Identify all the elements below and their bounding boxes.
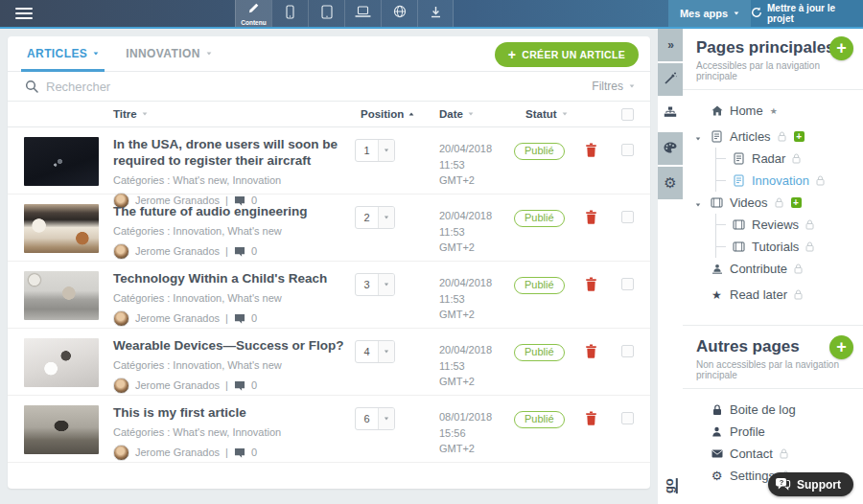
sort-asc-icon [409, 112, 414, 115]
delete-button[interactable] [585, 143, 597, 157]
delete-button[interactable] [585, 210, 597, 224]
mes-apps-menu[interactable]: Mes apps [668, 0, 751, 27]
filters-label: Filtres [592, 80, 623, 93]
palette-icon [664, 142, 677, 156]
add-subpage-button[interactable]: + [794, 131, 805, 142]
position-value: 4 [356, 341, 379, 362]
page-item-articles[interactable]: Articles + [683, 126, 857, 148]
globe-icon [393, 5, 407, 22]
add-subpage-button[interactable]: + [791, 197, 802, 208]
delete-button[interactable] [585, 411, 597, 425]
videos-children: Reviews Tutorials [715, 214, 857, 258]
sort-icon [562, 112, 567, 115]
comment-count: 0 [251, 379, 257, 391]
table-header: Titre Position Date Statut [8, 102, 650, 127]
article-row[interactable]: Technology Within a Child's Reach Catégo… [8, 262, 650, 329]
collapse-caret-icon[interactable] [695, 129, 701, 144]
column-header-statut[interactable]: Statut [497, 108, 579, 120]
delete-button[interactable] [585, 344, 597, 358]
article-title[interactable]: Technology Within a Child's Reach [113, 271, 349, 287]
page-item-radar[interactable]: Radar [716, 148, 857, 170]
settings-strip-button[interactable]: ⚙ [658, 167, 683, 199]
row-checkbox[interactable] [621, 412, 634, 424]
position-dropdown[interactable] [379, 341, 394, 362]
lock-icon [778, 131, 786, 142]
support-button[interactable]: ? Support [768, 472, 853, 496]
separator: | [225, 379, 228, 391]
tab-articles[interactable]: ARTICLES [13, 36, 112, 71]
position-value: 3 [356, 274, 379, 295]
menu-hamburger-icon[interactable] [15, 5, 33, 22]
status-badge: Publié [514, 344, 565, 361]
article-title[interactable]: The future of audio engineering [113, 204, 349, 220]
download-button[interactable] [417, 0, 454, 27]
article-row[interactable]: Wearable Devices—Success or Flop? Catégo… [8, 329, 650, 396]
download-icon [430, 5, 442, 22]
position-dropdown[interactable] [379, 207, 394, 228]
column-header-position[interactable]: Position [349, 108, 408, 120]
row-checkbox[interactable] [621, 278, 634, 290]
create-article-button[interactable]: + CRÉER UN ARTICLE [495, 42, 639, 67]
search-input[interactable] [46, 80, 584, 94]
page-item-profile[interactable]: Profile [683, 421, 857, 443]
row-checkbox[interactable] [621, 144, 634, 156]
article-categories: Catégories : Innovation, What's new [113, 292, 349, 304]
design-wand-button[interactable] [658, 63, 683, 96]
search-row: Filtres [8, 72, 650, 102]
home-icon [710, 105, 724, 116]
article-title[interactable]: In the USA, drone users will soon be req… [113, 137, 349, 170]
page-item-contact[interactable]: Contact [683, 443, 857, 465]
tab-innovation[interactable]: INNOVATION [112, 36, 225, 71]
article-title[interactable]: This is my first article [113, 405, 349, 422]
chevron-down-icon [94, 52, 99, 55]
delete-button[interactable] [585, 277, 597, 291]
article-row[interactable]: The future of audio engineering Catégori… [8, 195, 650, 262]
lock-icon [816, 175, 825, 186]
theme-palette-button[interactable] [658, 132, 683, 165]
article-row[interactable]: This is my first article Catégories : Wh… [8, 396, 650, 463]
page-item-read-later[interactable]: ★ Read later [683, 284, 857, 306]
column-header-titre[interactable]: Titre [101, 108, 349, 120]
page-item-innovation[interactable]: Innovation [716, 170, 857, 192]
content-tool-button[interactable]: Contenu [235, 0, 271, 27]
row-checkbox[interactable] [621, 345, 634, 357]
filters-button[interactable]: Filtres [592, 80, 635, 93]
main-pages-subtitle: Accessibles par la navigation principale [696, 60, 850, 81]
row-checkbox[interactable] [621, 211, 634, 223]
author-name: Jerome Granados [135, 312, 220, 324]
article-row[interactable]: In the USA, drone users will soon be req… [8, 127, 650, 195]
article-title[interactable]: Wearable Devices—Success or Flop? [113, 338, 349, 355]
tablet-preview-button[interactable] [308, 0, 344, 27]
contribute-icon [710, 263, 724, 274]
column-header-date[interactable]: Date [408, 108, 497, 120]
desktop-preview-button[interactable] [344, 0, 381, 27]
position-dropdown[interactable] [379, 140, 394, 161]
add-main-page-button[interactable]: + [829, 36, 853, 60]
magic-wand-icon [665, 72, 677, 87]
page-item-reviews[interactable]: Reviews [716, 214, 857, 236]
position-dropdown[interactable] [379, 408, 394, 429]
svg-text:?: ? [780, 478, 784, 487]
web-preview-button[interactable] [381, 0, 417, 27]
collapse-panel-button[interactable]: » [658, 29, 683, 61]
page-item-boite-de-log[interactable]: Boite de log [683, 399, 857, 421]
update-project-button[interactable]: Mettre à jour le projet [751, 0, 863, 27]
article-date: 08/01/201815:56 GMT+2 [408, 409, 497, 457]
page-item-contribute[interactable]: Contribute [683, 258, 857, 280]
add-other-page-button[interactable]: + [829, 335, 853, 359]
article-page-icon [732, 174, 746, 187]
author-name: Jerome Granados [135, 447, 220, 458]
collapse-caret-icon[interactable] [695, 195, 701, 210]
structure-pages-button[interactable] [658, 98, 683, 130]
lock-icon [805, 219, 814, 230]
phone-icon [286, 5, 294, 23]
author-name: Jerome Granados [135, 245, 220, 257]
page-item-videos[interactable]: Videos + [683, 192, 857, 214]
position-dropdown[interactable] [379, 274, 394, 295]
page-item-tutorials[interactable]: Tutorials [716, 236, 857, 258]
select-all-checkbox[interactable] [621, 108, 634, 121]
phone-preview-button[interactable] [271, 0, 308, 27]
login-lock-icon [710, 404, 724, 416]
page-item-home[interactable]: Home ★ [683, 100, 857, 122]
goodbarber-logo: go [658, 471, 683, 500]
